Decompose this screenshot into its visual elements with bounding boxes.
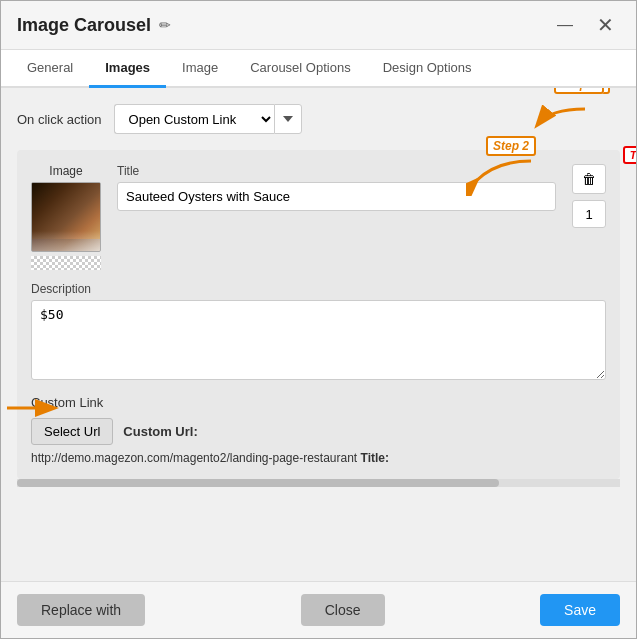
- custom-url-value: http://demo.magezon.com/magento2/landing…: [31, 451, 606, 465]
- chevron-down-icon: [283, 114, 293, 124]
- on-click-row: On click action Open Custom Link Step 3: [17, 104, 620, 134]
- tab-carousel-options[interactable]: Carousel Options: [234, 50, 366, 88]
- content-area: Step 1 Image: [17, 150, 620, 479]
- modal-header: Image Carousel ✏ — ✕: [1, 1, 636, 50]
- edit-icon[interactable]: ✏: [159, 17, 171, 33]
- step4-annotation: Step 4: [1, 395, 60, 420]
- checkerboard-pattern: [31, 256, 101, 270]
- image-col-label: Image: [49, 164, 82, 178]
- svg-marker-0: [283, 116, 293, 122]
- step4-arrow-svg: [5, 395, 60, 420]
- close-button[interactable]: ✕: [591, 11, 620, 39]
- custom-link-section: Custom Link Step 4: [31, 395, 606, 465]
- on-click-select-wrapper: Open Custom Link: [114, 104, 302, 134]
- image-title-row: Image Title Step 2: [31, 164, 606, 270]
- on-click-select[interactable]: Open Custom Link: [114, 104, 274, 134]
- select-url-button[interactable]: Select Url: [31, 418, 113, 445]
- image-col: Image: [31, 164, 101, 270]
- desc-row: Description $50: [31, 282, 606, 383]
- tab-images[interactable]: Images: [89, 50, 166, 88]
- save-button[interactable]: Save: [540, 594, 620, 626]
- tab-design-options[interactable]: Design Options: [367, 50, 488, 88]
- title-col: Title Step 2: [117, 164, 556, 211]
- on-click-label: On click action: [17, 112, 102, 127]
- trash-button[interactable]: 🗑: [572, 164, 606, 194]
- custom-link-row: Step 4 Select Url Custom Url:: [31, 418, 606, 445]
- title-area: Image Carousel ✏: [17, 15, 171, 36]
- modal-title: Image Carousel: [17, 15, 151, 36]
- step3-badge: Step 3: [554, 88, 604, 91]
- tab-image[interactable]: Image: [166, 50, 234, 88]
- tab-bar: General Images Image Carousel Options De…: [1, 50, 636, 88]
- desc-field-label: Description: [31, 282, 606, 296]
- scrollbar[interactable]: [17, 479, 620, 487]
- trash-order-col: 🗑 Trash bin: [572, 164, 606, 228]
- dropdown-arrow-btn[interactable]: [274, 104, 302, 134]
- tab-general[interactable]: General: [11, 50, 89, 88]
- modal-container: Image Carousel ✏ — ✕ General Images Imag…: [0, 0, 637, 639]
- arrow-svg: [530, 104, 590, 139]
- scrollbar-thumb: [17, 479, 499, 487]
- trash-bin-label: Trash bin: [623, 146, 636, 164]
- minimize-button[interactable]: —: [551, 14, 579, 36]
- modal-footer: Replace with Close Save: [1, 581, 636, 638]
- custom-url-label: Custom Url:: [123, 424, 197, 439]
- image-thumbnail: [31, 182, 101, 252]
- modal-controls: — ✕: [551, 11, 620, 39]
- step2-annotation: Step 2: [466, 136, 536, 196]
- order-input[interactable]: [572, 200, 606, 228]
- close-footer-button[interactable]: Close: [301, 594, 385, 626]
- step2-arrow-svg: [466, 156, 536, 196]
- modal-body: On click action Open Custom Link Step 3: [1, 88, 636, 581]
- desc-textarea[interactable]: $50: [31, 300, 606, 380]
- step3-arrow: [530, 104, 590, 142]
- trash-annotation: Trash bin: [623, 146, 636, 214]
- replace-with-button[interactable]: Replace with: [17, 594, 145, 626]
- custom-link-label: Custom Link: [31, 395, 606, 410]
